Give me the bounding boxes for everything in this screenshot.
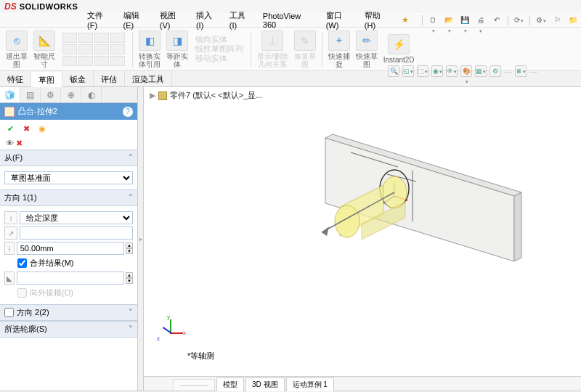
chamfer-icon[interactable] <box>110 56 125 66</box>
ribbon-exit-sketch[interactable]: ⎋ 退出草 图 <box>6 30 28 68</box>
fm-tab-config[interactable]: ⚙ <box>41 87 61 102</box>
breadcrumb-part[interactable]: 零件7 (默认< <默认>_显... <box>170 90 262 101</box>
ribbon-display-relations[interactable]: ⊥ 显示/删除 几何关系 <box>257 30 288 68</box>
section-dir1[interactable]: 方向 1(1) ˄ <box>0 189 137 206</box>
hide-show-icon[interactable]: 👁 <box>446 65 458 77</box>
ribbon-repair[interactable]: ✎ 修复草 图 <box>294 30 316 68</box>
direction-ref-icon[interactable]: ↗ <box>4 226 17 240</box>
text-icon[interactable] <box>78 56 93 66</box>
arc-icon[interactable] <box>78 33 93 43</box>
tab-3dview[interactable]: 3D 视图 <box>245 377 285 391</box>
rebuild-icon[interactable]: ⟳ <box>513 15 525 26</box>
menu-photoview[interactable]: PhotoView 360 <box>263 12 316 29</box>
tab-motion[interactable]: 运动算例 1 <box>286 377 334 391</box>
line-icon[interactable] <box>62 33 77 43</box>
sketch-tools-grid[interactable] <box>62 33 125 66</box>
view-tabs: ———— 模型 3D 视图 运动算例 1 <box>144 376 581 391</box>
tab-feature[interactable]: 特征 <box>0 71 31 86</box>
flag-icon[interactable]: ⚐ <box>551 15 563 26</box>
rect-icon[interactable] <box>62 44 77 54</box>
fm-tab-feature-tree[interactable]: 🧊 <box>0 87 20 102</box>
quick-snap-icon: ⌖ <box>328 30 350 51</box>
cancel-button[interactable]: ✖ <box>20 123 32 134</box>
eye-icon[interactable]: 👁 ✖ <box>6 139 23 147</box>
view-settings-icon[interactable]: ⚙ <box>489 65 501 77</box>
detailed-preview-icon[interactable]: ◉ <box>36 123 48 134</box>
feature-title: 凸台-拉伸2 <box>18 106 57 117</box>
view-orient-icon[interactable]: ⬚ <box>417 65 428 77</box>
chevron-up-icon: ˄ <box>129 153 133 163</box>
section-dir2[interactable]: 方向 2(2) ˅ <box>0 304 137 321</box>
from-select[interactable]: 草图基准面 <box>4 171 133 184</box>
linear-pattern[interactable]: 线性草图阵列 <box>195 44 243 54</box>
menu-insert[interactable]: 插入(I) <box>196 10 219 30</box>
circle-icon[interactable] <box>94 33 109 43</box>
save-icon[interactable]: 💾 <box>459 15 471 26</box>
ok-button[interactable]: ✔ <box>4 123 16 134</box>
end-condition-select[interactable]: 给定深度 <box>20 211 133 224</box>
merge-checkbox[interactable] <box>17 258 27 268</box>
move-entities[interactable]: 移动实体 <box>195 54 243 63</box>
section-from[interactable]: 从(F) ˄ <box>0 150 137 166</box>
ribbon-instant2d[interactable]: ⚡ Instant2D <box>383 34 415 64</box>
menu-window[interactable]: 窗口(W) <box>326 10 354 30</box>
svg-point-14 <box>335 205 359 237</box>
menu-tools[interactable]: 工具(I) <box>229 10 253 30</box>
poly-icon[interactable] <box>94 44 109 54</box>
fillet-icon[interactable] <box>94 56 109 66</box>
tab-model[interactable]: 模型 <box>216 377 244 391</box>
ellipse-icon[interactable] <box>110 44 125 54</box>
draft-icon[interactable]: ◣ <box>4 271 15 285</box>
ribbon-smart-dim[interactable]: 📐 智能尺 寸 <box>33 30 55 68</box>
display-style-icon[interactable]: ◉ <box>431 65 443 77</box>
depth-icon[interactable]: ⟊ <box>4 242 15 255</box>
reverse-dir-icon[interactable]: ↕ <box>4 211 17 224</box>
tab-sketch[interactable]: 草图 <box>31 72 62 87</box>
undo-icon[interactable]: ↶ <box>491 15 503 26</box>
ribbon-quick-snap[interactable]: ⌖ 快速捕 捉 <box>328 30 350 68</box>
fm-tab-appearance[interactable]: ◐ <box>81 87 102 102</box>
menu-star[interactable]: ★ <box>402 15 409 25</box>
breadcrumb[interactable]: ▶ 零件7 (默认< <默认>_显... <box>150 90 262 101</box>
folder-icon[interactable]: 📁 <box>567 15 579 26</box>
zoom-area-icon[interactable]: ◱ <box>402 65 414 77</box>
zoom-fit-icon[interactable]: 🔍 <box>388 65 399 77</box>
ribbon-quick-sketch[interactable]: ✏ 快速草 图 <box>356 30 378 68</box>
graphics-area[interactable]: ▶ 零件7 (默认< <默认>_显... <box>144 87 581 391</box>
ribbon-offset[interactable]: ◨ 等距实 体 <box>166 30 188 68</box>
tab-sheetmetal[interactable]: 钣金 <box>62 71 94 86</box>
new-doc-icon[interactable]: 🗋 <box>428 15 439 26</box>
slot-icon[interactable] <box>78 44 93 54</box>
menu-help[interactable]: 帮助(H) <box>365 10 391 30</box>
menu-file[interactable]: 文件(F) <box>87 10 113 30</box>
appearance-icon[interactable]: 🎨 <box>460 65 472 77</box>
mirror-entities[interactable]: 镜向实体 <box>195 35 243 44</box>
open-icon[interactable]: 📂 <box>443 15 455 26</box>
menu-bar: 文件(F) 编辑(E) 视图(V) 插入(I) 工具(I) PhotoView … <box>0 13 581 28</box>
ribbon-convert[interactable]: ◧ 转换实 体引用 <box>139 30 161 68</box>
depth-spin[interactable]: ▲▼ <box>126 242 133 254</box>
dir2-checkbox[interactable] <box>4 308 14 317</box>
tab-render[interactable]: 渲染工具 <box>125 71 172 86</box>
draft-input[interactable] <box>17 271 124 285</box>
separator <box>322 32 322 67</box>
section-selected-contours[interactable]: 所选轮廓(S) ˅ <box>0 321 137 338</box>
fm-tab-property[interactable]: ▤ <box>20 87 41 102</box>
collapse-handle[interactable]: ▸ <box>138 87 144 391</box>
direction-ref-input[interactable] <box>20 226 133 240</box>
expand-icon[interactable]: ▶ <box>150 91 155 100</box>
spline-icon[interactable] <box>110 33 125 43</box>
tab-evaluate[interactable]: 评估 <box>94 71 125 86</box>
point-icon[interactable] <box>62 56 77 66</box>
scene-icon[interactable]: ▦ <box>475 65 487 77</box>
menu-view[interactable]: 视图(V) <box>160 10 186 30</box>
fm-tab-dimx[interactable]: ⊕ <box>61 87 81 102</box>
options-icon[interactable]: ⚙ <box>535 15 547 26</box>
draft-spin[interactable]: ▲▼ <box>126 272 133 284</box>
print-icon[interactable]: 🖨 <box>475 15 487 26</box>
monitor-icon[interactable]: 🖥 <box>515 65 527 77</box>
menu-edit[interactable]: 编辑(E) <box>123 10 150 30</box>
depth-input[interactable] <box>17 242 124 255</box>
help-icon[interactable]: ? <box>123 107 133 117</box>
tab-ghost[interactable]: ———— <box>173 379 215 391</box>
